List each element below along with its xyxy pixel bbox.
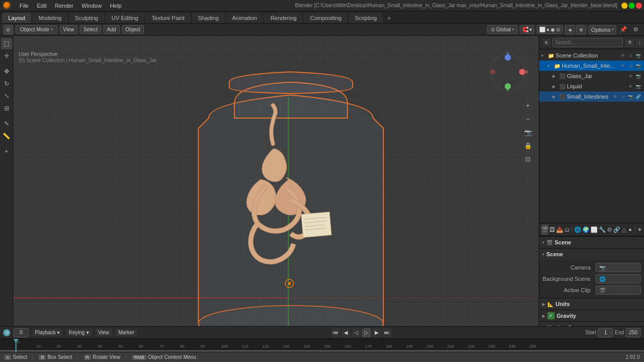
tab-animation[interactable]: Animation: [226, 13, 264, 23]
shading-wireframe[interactable]: ⬜: [539, 27, 545, 32]
zoom-in-button[interactable]: +: [522, 100, 533, 111]
tab-scripting[interactable]: Scripting: [348, 13, 383, 23]
options-icon[interactable]: ⚙: [631, 25, 641, 34]
object-mode-dropdown[interactable]: Object Mode ▾: [15, 25, 58, 34]
render-icon[interactable]: 📷: [635, 62, 642, 69]
play-button[interactable]: ▷: [362, 328, 371, 337]
scene-props-header[interactable]: ▾ Scene: [539, 249, 644, 260]
outliner-menu[interactable]: ≡: [542, 39, 550, 46]
maximize-button[interactable]: [629, 3, 635, 9]
mode-icon[interactable]: ⊞: [3, 25, 13, 35]
close-button[interactable]: [636, 3, 642, 9]
add-menu[interactable]: Add: [103, 25, 120, 34]
eye-icon[interactable]: 👁: [612, 93, 619, 100]
gizmo-x-axis[interactable]: [519, 69, 525, 75]
annotate-tool[interactable]: ✎: [1, 118, 12, 129]
outliner-sync-button[interactable]: ↕: [635, 38, 644, 47]
gravity-checkbox[interactable]: ✓: [547, 312, 555, 319]
menu-edit[interactable]: Edit: [33, 2, 51, 10]
scene-collection-item[interactable]: ▾ 📁 Scene Collection 👁 ◎ 📷: [539, 50, 644, 61]
scene-properties2-icon[interactable]: 🌐: [574, 224, 581, 235]
small-intestines-item[interactable]: ▶ ⬛ Small_Intestines 👁 ◎ 📷 🔗: [539, 91, 644, 102]
modifier-properties-icon[interactable]: 🔧: [599, 224, 606, 235]
physics-properties-icon[interactable]: ⚙: [607, 224, 612, 235]
render-icon[interactable]: 📷: [635, 72, 642, 80]
select-icon[interactable]: ◎: [627, 52, 634, 59]
prev-keyframe-button[interactable]: ◀: [341, 328, 351, 337]
menu-render[interactable]: Render: [51, 2, 78, 10]
end-frame-input[interactable]: 250: [625, 328, 641, 337]
menu-file[interactable]: File: [15, 2, 33, 10]
view-layer-properties-icon[interactable]: 🗂: [564, 224, 570, 235]
tab-rendering[interactable]: Rendering: [264, 13, 303, 23]
view-menu[interactable]: View: [60, 25, 78, 34]
active-clip-picker[interactable]: 🎬: [596, 285, 641, 295]
local-view-button[interactable]: ⊡: [522, 154, 533, 165]
viewport-gizmo[interactable]: X Y Z: [490, 54, 531, 95]
object-menu[interactable]: Object: [122, 25, 144, 34]
snap-icon[interactable]: 🧲: [522, 27, 528, 32]
units-header[interactable]: ▶ 📐 Units: [539, 298, 644, 310]
object-properties-icon[interactable]: ⬜: [591, 224, 598, 235]
move-tool[interactable]: ✥: [1, 66, 12, 77]
liquid-item[interactable]: ▶ ⬛ Liquid 👁 📷: [539, 81, 644, 91]
snap-options[interactable]: ▾: [529, 27, 532, 32]
cursor-tool[interactable]: ✛: [1, 50, 12, 62]
viewport[interactable]: User Perspective (0) Scene Collection | …: [13, 36, 539, 349]
eye-icon[interactable]: 👁: [619, 52, 627, 59]
play-reverse-button[interactable]: ◁: [352, 328, 361, 337]
render-properties-icon[interactable]: 🖼: [549, 224, 555, 235]
render-icon[interactable]: 📷: [635, 52, 642, 59]
constraints-icon[interactable]: 🔗: [613, 224, 620, 235]
tab-modeling[interactable]: Modeling: [32, 13, 68, 23]
shading-rendered[interactable]: ⊙: [556, 27, 560, 32]
link-icon[interactable]: 🔗: [635, 93, 642, 100]
select-tool[interactable]: ⬚: [1, 38, 12, 49]
tab-texture-paint[interactable]: Texture Paint: [145, 13, 191, 23]
lock-camera-button[interactable]: 🔒: [522, 140, 533, 151]
outliner-search[interactable]: [553, 38, 623, 47]
background-scene-picker[interactable]: 🌐: [596, 274, 641, 283]
output-properties-icon[interactable]: 📤: [556, 224, 563, 235]
view-menu[interactable]: View: [95, 329, 113, 336]
scene-section-header[interactable]: ▾ 🎬 Scene: [539, 237, 644, 248]
playhead[interactable]: [15, 339, 16, 352]
keying-menu[interactable]: Keying ▾: [66, 329, 91, 336]
data-properties-icon[interactable]: △: [621, 224, 627, 235]
menu-window[interactable]: Window: [78, 2, 106, 10]
tab-layout[interactable]: Layout: [2, 13, 31, 23]
options-button[interactable]: Options ▾: [588, 25, 616, 34]
zoom-out-button[interactable]: −: [522, 113, 533, 125]
human-intestine-collection-item[interactable]: ▾ 📁 Human_Small_Intestine_in_Glass_Jar 👁…: [539, 61, 644, 71]
add-tool[interactable]: +: [1, 146, 12, 157]
jump-to-start-button[interactable]: ⏮: [331, 328, 340, 337]
gizmo-toggle[interactable]: ⊕: [576, 25, 586, 34]
overlay-toggle[interactable]: ◈: [565, 25, 575, 34]
tab-shading[interactable]: Shading: [192, 13, 225, 23]
particles-icon[interactable]: ✦: [637, 224, 642, 235]
playback-menu[interactable]: Playback ▾: [32, 329, 63, 336]
tab-sculpting[interactable]: Sculpting: [69, 13, 104, 23]
current-frame-display[interactable]: 0: [13, 328, 29, 337]
timeline-track[interactable]: 0 10 20 30 40 50 60 70 80 90 100 110 120…: [0, 339, 644, 352]
eye-icon[interactable]: 👁: [619, 62, 627, 69]
shading-material[interactable]: ◉: [550, 27, 555, 32]
glass-jar-item[interactable]: ▶ ⬛ Glass_Jar 👁 📷: [539, 71, 644, 81]
outliner-filter-button[interactable]: ⚗: [625, 38, 634, 47]
select-icon[interactable]: ◎: [619, 93, 627, 100]
next-keyframe-button[interactable]: ▶: [372, 328, 381, 337]
measure-tool[interactable]: 📏: [1, 130, 12, 142]
rotate-tool[interactable]: ↻: [1, 78, 12, 89]
pin-icon[interactable]: 📌: [618, 25, 629, 34]
start-frame-input[interactable]: 1: [598, 328, 613, 337]
gravity-header[interactable]: ▶ ✓ Gravity: [539, 310, 644, 321]
camera-picker[interactable]: 📷: [596, 263, 641, 272]
gizmo-neg-x-axis[interactable]: [490, 69, 495, 74]
render-icon[interactable]: 📷: [635, 83, 642, 90]
menu-help[interactable]: Help: [106, 2, 126, 10]
eye-icon[interactable]: 👁: [627, 83, 634, 90]
jump-to-end-button[interactable]: ⏭: [382, 328, 392, 337]
render-icon[interactable]: 📷: [627, 93, 634, 100]
world-properties-icon[interactable]: 🌍: [582, 224, 590, 235]
frame-indicator[interactable]: ◎: [3, 329, 10, 336]
